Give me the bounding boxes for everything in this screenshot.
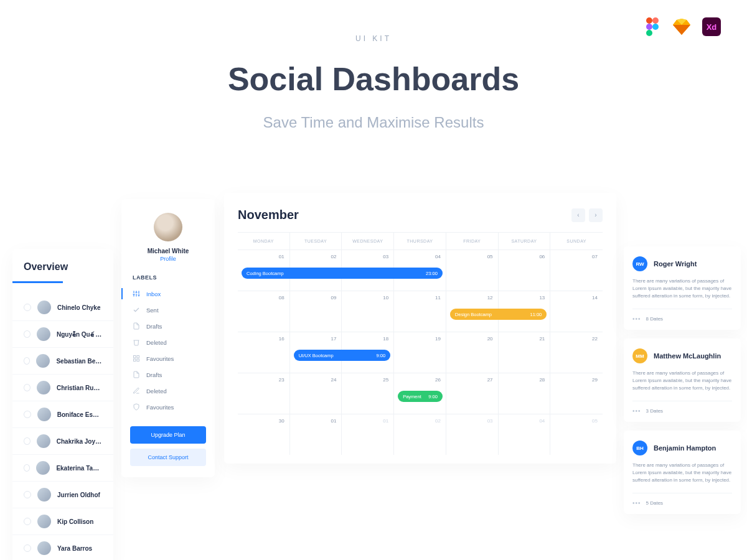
checkbox-icon[interactable] [24, 437, 31, 445]
calendar-cell[interactable]: 22 [550, 332, 603, 373]
calendar-cell[interactable]: 19 [394, 332, 446, 373]
calendar-cell[interactable]: 23 [238, 373, 290, 414]
more-icon[interactable]: ••• [632, 315, 641, 322]
calendar-date: 18 [383, 336, 388, 342]
checkbox-icon[interactable] [24, 464, 30, 472]
checkbox-icon[interactable] [24, 544, 31, 552]
calendar-cell[interactable]: 17UI/UX Bootcamp9:00 [290, 332, 342, 373]
feed-card[interactable]: MM Matthew McLaughlin There are many var… [624, 338, 741, 422]
upgrade-plan-button[interactable]: Upgrade Plan [130, 426, 206, 444]
calendar-cell[interactable]: 05 [446, 250, 499, 291]
calendar-cell[interactable]: 21 [499, 332, 551, 373]
overview-item[interactable]: Nguyễn Quế Anh [12, 321, 113, 348]
sidebar-label-item[interactable]: Sent [121, 302, 215, 318]
calendar-event[interactable]: Design Bootcamp11:00 [450, 309, 547, 320]
overview-item[interactable]: Boniface Esanji [12, 401, 113, 428]
overview-active-tab-indicator [12, 281, 63, 283]
checkbox-icon[interactable] [24, 384, 31, 391]
calendar-cell[interactable]: 10 [342, 291, 394, 332]
avatar [36, 461, 50, 475]
sidebar-label-text: Sent [146, 307, 159, 314]
sidebar-label-item[interactable]: Favourites [121, 350, 215, 366]
svg-rect-19 [134, 359, 136, 362]
checkbox-icon[interactable] [24, 411, 31, 418]
calendar-cell[interactable]: 14 [550, 291, 603, 332]
shield-icon [133, 403, 140, 411]
overview-item[interactable]: Yara Barros [12, 535, 113, 560]
calendar-event[interactable]: UI/UX Bootcamp9:00 [294, 350, 390, 361]
sidebar-label-text: Favourites [146, 355, 174, 362]
calendar-cell[interactable]: 16 [238, 332, 290, 373]
calendar-date: 17 [331, 336, 337, 342]
calendar-cell[interactable]: 11 [394, 291, 446, 332]
calendar-cell[interactable]: 20 [446, 332, 499, 373]
overview-item[interactable]: Jurrien Oldhof [12, 482, 113, 508]
checkbox-icon[interactable] [24, 330, 31, 338]
calendar-date: 20 [487, 336, 493, 342]
calendar-date: 02 [331, 254, 337, 259]
more-icon[interactable]: ••• [632, 500, 641, 506]
overview-item-name: Sebastian Bennett [56, 358, 102, 365]
calendar-cell[interactable]: 07 [550, 250, 603, 291]
overview-item[interactable]: Sebastian Bennett [12, 348, 113, 375]
calendar-cell[interactable]: 09 [290, 291, 342, 332]
calendar-cell[interactable]: 01Coding Bootcamp23:00 [238, 250, 290, 291]
calendar-cell[interactable]: 04 [499, 414, 551, 455]
sidebar-label-item[interactable]: Drafts [121, 318, 215, 334]
calendar-event[interactable]: Payment9:00 [398, 391, 443, 402]
contact-support-button[interactable]: Contact Support [130, 449, 206, 466]
calendar-cell[interactable]: 02 [394, 414, 446, 455]
calendar-next-button[interactable]: › [589, 208, 603, 222]
checkbox-icon[interactable] [24, 518, 31, 525]
calendar-cell[interactable]: 29 [550, 373, 603, 414]
event-time: 23:00 [426, 271, 438, 276]
calendar-cell[interactable]: 27 [446, 373, 499, 414]
sidebar-label-item[interactable]: Deleted [121, 383, 215, 399]
calendar-prev-button[interactable]: ‹ [571, 208, 585, 222]
checkbox-icon[interactable] [24, 304, 31, 311]
calendar-cell[interactable]: 05 [550, 414, 603, 455]
calendar-date: 09 [331, 295, 337, 301]
overview-item[interactable]: Christian Russell [12, 375, 113, 401]
sidebar-label-item[interactable]: Deleted [121, 334, 215, 350]
calendar-cell[interactable]: 01 [290, 414, 342, 455]
calendar-day-header: SATURDAY [499, 233, 551, 250]
overview-item-name: Yara Barros [57, 545, 92, 552]
calendar-cell[interactable]: 25 [342, 373, 394, 414]
calendar-cell[interactable]: 26Payment9:00 [394, 373, 446, 414]
checkbox-icon[interactable] [24, 491, 31, 498]
event-time: 11:00 [530, 312, 542, 317]
calendar-date: 25 [383, 377, 388, 383]
calendar-cell[interactable]: 24 [290, 373, 342, 414]
calendar-cell[interactable]: 03 [446, 414, 499, 455]
calendar-cell[interactable]: 01 [342, 414, 394, 455]
svg-point-0 [646, 17, 652, 24]
calendar-cell[interactable]: 06 [499, 250, 551, 291]
overview-item[interactable]: Chinelo Chyke [12, 294, 113, 321]
overview-item[interactable]: Kip Collison [12, 508, 113, 535]
feed-card[interactable]: RW Roger Wright There are many variation… [624, 246, 741, 330]
calendar-cell[interactable]: 08 [238, 291, 290, 332]
overview-item[interactable]: Chakrika Joyanto [12, 428, 113, 455]
calendar-cell[interactable]: 28 [499, 373, 551, 414]
profile-link[interactable]: Profile [121, 256, 215, 262]
avatar [37, 515, 51, 528]
calendar-day-header: FRIDAY [446, 233, 499, 250]
trash-icon [133, 338, 140, 346]
more-icon[interactable]: ••• [632, 408, 641, 414]
sidebar-label-item[interactable]: Drafts [121, 366, 215, 383]
xd-icon: Xd [702, 17, 721, 36]
feed-meta: 3 Dates [646, 408, 664, 414]
profile-avatar[interactable] [154, 213, 182, 241]
checkbox-icon[interactable] [24, 357, 30, 365]
overview-item-name: Jurrien Oldhof [57, 492, 100, 498]
feed-card[interactable]: BH Benjamin Hampton There are many varia… [624, 431, 741, 514]
calendar-cell[interactable]: 30 [238, 414, 290, 455]
calendar-event[interactable]: Coding Bootcamp23:00 [242, 268, 443, 279]
file-icon [133, 371, 140, 378]
sidebar-label-item[interactable]: Inbox [121, 286, 215, 302]
calendar-cell[interactable]: 12Design Bootcamp11:00 [446, 291, 499, 332]
overview-item[interactable]: Ekaterina Tankova [12, 455, 113, 482]
calendar-date: 11 [435, 295, 441, 301]
sidebar-label-item[interactable]: Favourites [121, 399, 215, 415]
